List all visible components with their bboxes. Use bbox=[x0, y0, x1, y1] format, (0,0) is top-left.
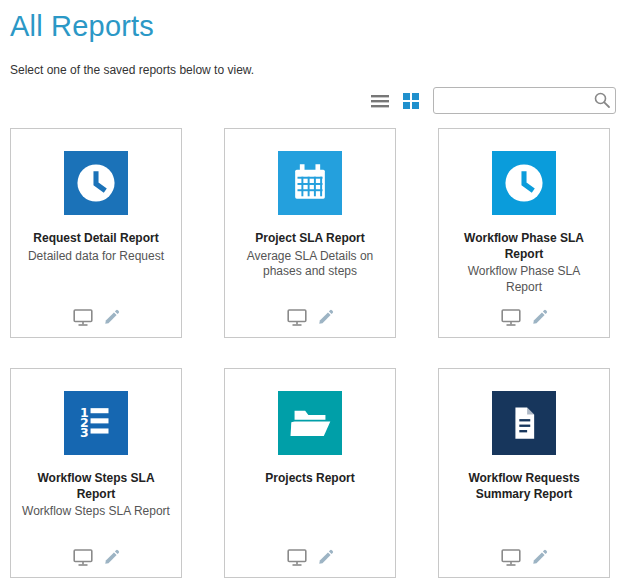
card-subtitle: Average SLA Details on phases and steps bbox=[235, 249, 385, 280]
pencil-icon[interactable] bbox=[103, 549, 120, 566]
card-title: Workflow Steps SLA Report bbox=[21, 471, 171, 502]
pencil-icon[interactable] bbox=[103, 309, 120, 326]
report-card[interactable]: Workflow Phase SLA Report Workflow Phase… bbox=[438, 128, 610, 338]
card-actions bbox=[11, 308, 181, 327]
report-card[interactable]: Projects Report bbox=[224, 368, 396, 578]
pencil-icon[interactable] bbox=[317, 309, 334, 326]
card-subtitle: Workflow Phase SLA Report bbox=[449, 264, 599, 295]
grid-view-icon[interactable] bbox=[401, 91, 421, 111]
pencil-icon[interactable] bbox=[317, 549, 334, 566]
card-title: Request Detail Report bbox=[21, 231, 171, 247]
card-actions bbox=[225, 308, 395, 327]
list-view-icon[interactable] bbox=[369, 92, 391, 110]
view-toggle bbox=[369, 91, 421, 111]
search-input[interactable] bbox=[433, 87, 616, 114]
pencil-icon[interactable] bbox=[531, 309, 548, 326]
monitor-icon[interactable] bbox=[287, 548, 307, 567]
clock-icon bbox=[64, 151, 128, 215]
monitor-icon[interactable] bbox=[73, 308, 93, 327]
report-card[interactable]: Request Detail Report Detailed data for … bbox=[10, 128, 182, 338]
report-card[interactable]: 1 2 3 Workflow Steps SLA Report Workflow… bbox=[10, 368, 182, 578]
folder-icon bbox=[278, 391, 342, 455]
card-title: Projects Report bbox=[235, 471, 385, 487]
toolbar bbox=[10, 87, 616, 114]
card-actions bbox=[439, 308, 609, 327]
card-subtitle: Workflow Steps SLA Report bbox=[21, 504, 171, 520]
calendar-icon bbox=[278, 151, 342, 215]
monitor-icon[interactable] bbox=[501, 308, 521, 327]
card-title: Workflow Requests Summary Report bbox=[449, 471, 599, 502]
monitor-icon[interactable] bbox=[501, 548, 521, 567]
card-title: Project SLA Report bbox=[235, 231, 385, 247]
numbered-list-icon: 1 2 3 bbox=[64, 391, 128, 455]
monitor-icon[interactable] bbox=[73, 548, 93, 567]
card-actions bbox=[225, 548, 395, 567]
card-actions bbox=[439, 548, 609, 567]
search-box bbox=[433, 87, 616, 114]
card-subtitle: Detailed data for Request bbox=[21, 249, 171, 265]
report-grid: Request Detail Report Detailed data for … bbox=[10, 128, 618, 578]
svg-text:3: 3 bbox=[80, 425, 89, 440]
search-icon[interactable] bbox=[593, 91, 611, 109]
all-reports-page: All Reports Select one of the saved repo… bbox=[0, 0, 628, 578]
report-card[interactable]: Project SLA Report Average SLA Details o… bbox=[224, 128, 396, 338]
card-title: Workflow Phase SLA Report bbox=[449, 231, 599, 262]
pencil-icon[interactable] bbox=[531, 549, 548, 566]
monitor-icon[interactable] bbox=[287, 308, 307, 327]
page-title: All Reports bbox=[10, 10, 618, 43]
card-actions bbox=[11, 548, 181, 567]
page-subtitle: Select one of the saved reports below to… bbox=[10, 63, 618, 77]
clock-icon bbox=[492, 151, 556, 215]
document-icon bbox=[492, 391, 556, 455]
report-card[interactable]: Workflow Requests Summary Report bbox=[438, 368, 610, 578]
